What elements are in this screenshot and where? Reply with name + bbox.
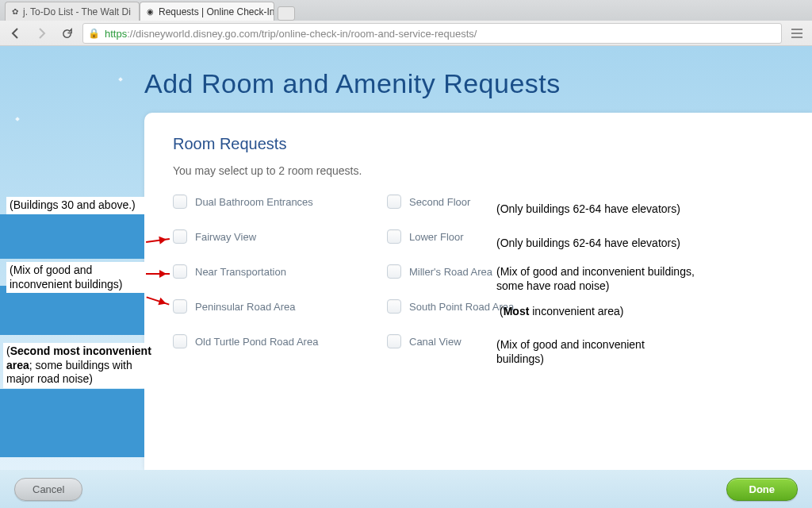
option-label: Peninsular Road Area <box>195 301 295 313</box>
bottom-bar: Cancel Done <box>0 470 812 508</box>
annotation-text: (Second most inconvenient area; some bui… <box>3 343 159 388</box>
tab-title: j. To-Do List - The Walt Di <box>23 6 131 17</box>
annotation-text: (Most inconvenient area) <box>500 305 623 319</box>
reload-button[interactable] <box>57 24 76 43</box>
option-old-turtle-pond[interactable]: Old Turtle Pond Road Area <box>173 334 379 348</box>
section-subtext: You may select up to 2 room requests. <box>173 164 780 177</box>
cancel-button[interactable]: Cancel <box>14 478 82 501</box>
tab-inactive[interactable]: ✿ j. To-Do List - The Walt Di ✕ <box>5 2 140 21</box>
annotation-text: (Mix of good and inconvenient buildings) <box>496 338 679 366</box>
favicon-icon: ✿ <box>12 6 18 17</box>
arrow-icon <box>146 273 170 275</box>
option-label: Second Floor <box>409 196 470 208</box>
annotation-text: (Only buildings 62-64 have elevators) <box>496 237 680 251</box>
section-heading: Room Requests <box>173 135 780 153</box>
option-label: Near Transportation <box>195 266 286 278</box>
checkbox-icon[interactable] <box>173 334 187 348</box>
back-button[interactable] <box>6 24 25 43</box>
checkbox-icon[interactable] <box>387 194 401 209</box>
page-title: Add Room and Amenity Requests <box>0 46 812 114</box>
option-label: Lower Floor <box>409 231 464 243</box>
checkbox-icon[interactable] <box>173 264 187 279</box>
option-label: South Point Road Area <box>409 301 514 313</box>
browser-chrome: ✿ j. To-Do List - The Walt Di ✕ ◉ Reques… <box>0 0 812 46</box>
checkbox-icon[interactable] <box>173 229 187 244</box>
url-path: ://disneyworld.disney.go.com/trip/online… <box>127 28 477 40</box>
option-label: Miller's Road Area <box>409 266 492 278</box>
page-body: Add Room and Amenity Requests Room Reque… <box>0 46 812 508</box>
new-tab-button[interactable] <box>278 6 295 21</box>
option-near-transportation[interactable]: Near Transportation <box>173 264 379 279</box>
menu-icon[interactable] <box>788 25 806 42</box>
option-label: Dual Bathroom Entrances <box>195 196 313 208</box>
lock-icon: 🔒 <box>88 28 100 39</box>
tab-title: Requests | Online Check-In <box>159 6 274 17</box>
checkbox-icon[interactable] <box>173 194 187 209</box>
checkbox-icon[interactable] <box>387 334 401 348</box>
forward-button[interactable] <box>32 24 51 43</box>
checkbox-icon[interactable] <box>387 299 401 314</box>
content-card: Room Requests You may select up to 2 roo… <box>144 113 812 470</box>
annotation-block <box>0 286 144 335</box>
tab-active[interactable]: ◉ Requests | Online Check-In ✕ <box>140 2 274 21</box>
option-peninsular-road[interactable]: Peninsular Road Area <box>173 299 379 314</box>
checkbox-icon[interactable] <box>387 229 401 244</box>
url-input[interactable]: 🔒 https://disneyworld.disney.go.com/trip… <box>82 23 782 44</box>
checkbox-icon[interactable] <box>173 299 187 314</box>
annotation-block <box>0 389 144 457</box>
annotation-text: (Buildings 30 and above.) <box>6 197 146 214</box>
option-dual-bathroom[interactable]: Dual Bathroom Entrances <box>173 194 379 209</box>
annotation-text: (Mix of good and inconvenient buildings,… <box>496 265 703 293</box>
option-fairway-view[interactable]: Fairway View <box>173 229 379 244</box>
option-label: Old Turtle Pond Road Area <box>195 336 318 348</box>
annotation-text: (Only buildings 62-64 have elevators) <box>496 202 680 217</box>
address-bar: 🔒 https://disneyworld.disney.go.com/trip… <box>0 21 812 46</box>
annotation-text: (Mix of good and inconvenient buildings) <box>6 262 146 293</box>
option-label: Canal View <box>409 336 462 348</box>
option-label: Fairway View <box>195 231 256 243</box>
annotation-block <box>0 214 144 259</box>
checkbox-icon[interactable] <box>387 264 401 279</box>
favicon-icon: ◉ <box>147 6 154 17</box>
done-button[interactable]: Done <box>726 478 799 501</box>
tab-strip: ✿ j. To-Do List - The Walt Di ✕ ◉ Reques… <box>0 0 812 21</box>
url-scheme: https <box>105 28 127 40</box>
